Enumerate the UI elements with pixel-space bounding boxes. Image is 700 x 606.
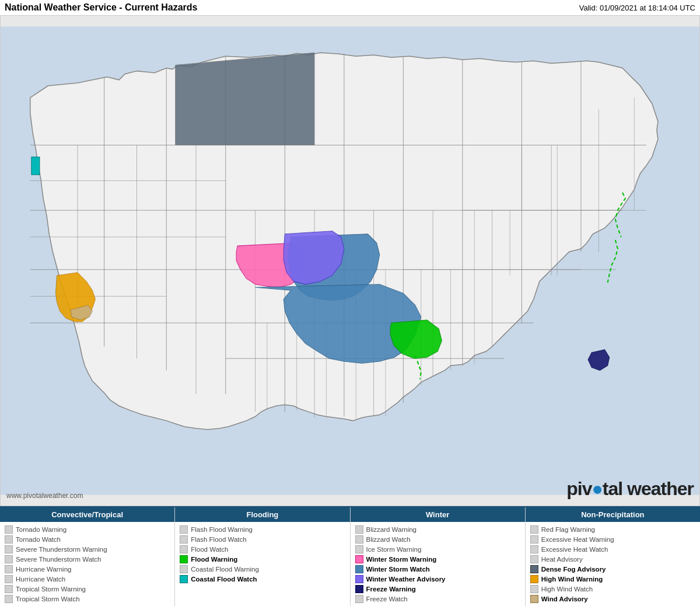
legend-label: Tornado Watch [16,536,61,543]
header: National Weather Service - Current Hazar… [0,0,700,15]
legend-label: Tropical Storm Watch [16,595,80,602]
legend-header-winter: Winter [351,507,525,522]
legend-item: Red Flag Warning [530,524,695,534]
legend-swatch [180,525,188,534]
brand-suffix: tal weather [603,478,694,499]
legend-swatch [355,535,363,544]
legend-swatch [5,555,13,563]
legend-label: Heat Advisory [541,556,583,563]
watermark-text: www.pivotalweather.com [6,492,83,500]
legend-swatch [180,555,188,563]
legend-label: Flood Watch [191,546,228,553]
legend-item: Hurricane Warning [5,564,170,574]
legend-header-nonprecip: Non-Precipitation [526,507,700,522]
legend-label: Coastal Flood Watch [191,576,257,583]
legend-item: Coastal Flood Watch [180,574,345,584]
brand-logo: piv●tal weather [566,478,694,500]
legend-swatch [530,595,538,603]
legend-items-nonprecip: Red Flag WarningExcessive Heat WarningEx… [526,522,700,606]
legend-label: Severe Thunderstorm Warning [16,546,107,553]
legend-items-convective: Tornado WarningTornado WatchSevere Thund… [0,522,174,606]
legend-swatch [530,585,538,593]
legend-swatch [5,595,13,603]
legend-swatch [530,545,538,553]
legend-item: Wind Advisory [530,594,695,604]
legend-swatch [355,585,363,593]
legend-swatch [530,555,538,563]
legend-label: Flash Flood Watch [191,536,246,543]
legend-header-flooding: Flooding [175,507,349,522]
legend-header-convective: Convective/Tropical [0,507,174,522]
legend-swatch [355,565,363,573]
page-title: National Weather Service - Current Hazar… [5,2,197,13]
legend-swatch [355,525,363,534]
legend-label: Excessive Heat Watch [541,546,608,553]
legend-item: High Wind Watch [530,584,695,594]
legend-label: Freeze Warning [366,586,416,593]
legend-swatch [5,545,13,553]
legend-swatch [180,535,188,544]
legend-label: Blizzard Watch [366,536,411,543]
legend-item: Blizzard Watch [355,534,520,544]
legend-item: Winter Storm Warning [355,554,520,564]
legend-swatch [180,575,188,583]
legend-swatch [5,525,13,534]
legend-swatch [5,565,13,573]
legend-label: Ice Storm Warning [366,546,422,553]
legend-item: Blizzard Warning [355,524,520,534]
legend-label: Red Flag Warning [541,526,595,533]
legend-item: Winter Storm Watch [355,564,520,574]
legend-label: Dense Fog Advisory [541,566,606,573]
legend-label: Freeze Watch [366,595,408,602]
valid-time: Valid: 01/09/2021 at 18:14:04 UTC [579,4,695,12]
legend-swatch [355,545,363,553]
legend-swatch [530,535,538,544]
legend-item: Hurricane Watch [5,574,170,584]
legend-item: Severe Thunderstorm Watch [5,554,170,564]
legend-swatch [5,535,13,544]
legend-label: Coastal Flood Warning [191,566,259,573]
legend-label: Tornado Warning [16,526,66,533]
legend-label: Winter Storm Warning [366,556,437,563]
legend-item: Ice Storm Warning [355,544,520,554]
legend-items-winter: Blizzard WarningBlizzard WatchIce Storm … [351,522,525,606]
svg-rect-42 [32,157,40,175]
legend-item: High Wind Warning [530,574,695,584]
legend-swatch [355,555,363,563]
legend-label: Severe Thunderstorm Watch [16,556,101,563]
brand-prefix: piv [566,478,592,499]
legend-item: Freeze Warning [355,584,520,594]
legend-col-winter: WinterBlizzard WarningBlizzard WatchIce … [351,507,526,606]
legend: Convective/TropicalTornado WarningTornad… [0,506,700,606]
legend-item: Tornado Watch [5,534,170,544]
legend-item: Flood Warning [180,554,345,564]
legend-items-flooding: Flash Flood WarningFlash Flood WatchFloo… [175,522,349,586]
legend-item: Heat Advisory [530,554,695,564]
legend-swatch [180,565,188,573]
legend-label: Hurricane Watch [16,576,65,583]
legend-swatch [5,575,13,583]
legend-col-nonprecip: Non-PrecipitationRed Flag WarningExcessi… [526,507,700,606]
legend-item: Freeze Watch [355,594,520,604]
legend-label: Flood Warning [191,556,237,563]
legend-label: Blizzard Warning [366,526,417,533]
legend-item: Flash Flood Watch [180,534,345,544]
legend-swatch [180,545,188,553]
legend-label: High Wind Watch [541,586,593,593]
legend-swatch [355,595,363,603]
legend-item: Excessive Heat Warning [530,534,695,544]
page-wrapper: National Weather Service - Current Hazar… [0,0,700,606]
legend-col-flooding: FloodingFlash Flood WarningFlash Flood W… [175,507,350,606]
legend-item: Tropical Storm Warning [5,584,170,594]
us-map [1,16,699,506]
legend-col-convective: Convective/TropicalTornado WarningTornad… [0,507,175,606]
legend-label: Hurricane Warning [16,566,71,573]
legend-item: Flash Flood Warning [180,524,345,534]
legend-swatch [530,525,538,534]
legend-item: Winter Weather Advisory [355,574,520,584]
legend-item: Excessive Heat Watch [530,544,695,554]
brand-dot: ● [592,478,603,499]
legend-swatch [5,585,13,593]
legend-label: Flash Flood Warning [191,526,253,533]
legend-swatch [530,575,538,583]
